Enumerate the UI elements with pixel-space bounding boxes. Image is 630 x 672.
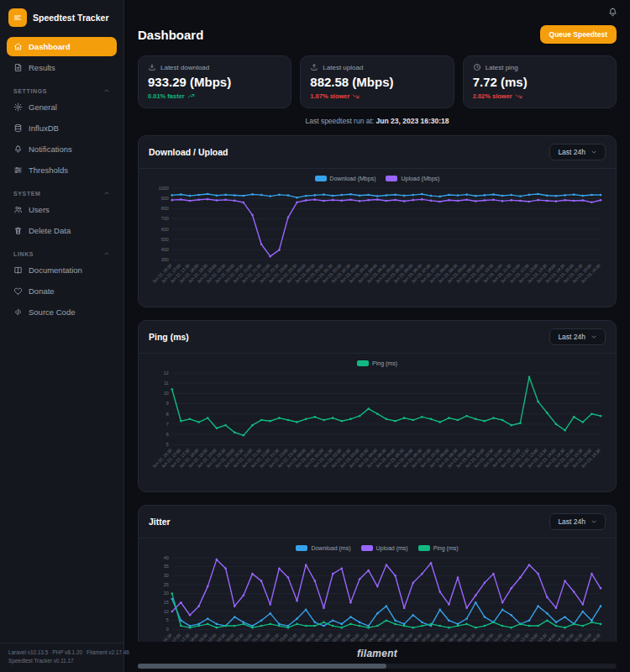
- stat-delta-text: 0.01% faster: [148, 92, 185, 100]
- sidebar-item-label: Source Code: [29, 307, 75, 317]
- chevron-down-icon: [591, 333, 597, 340]
- legend-item[interactable]: Upload (Mbps): [386, 176, 439, 181]
- chevron-up-icon: [103, 87, 110, 94]
- svg-text:9: 9: [166, 401, 169, 406]
- notifications-button[interactable]: [607, 7, 618, 18]
- group-label-text: SETTINGS: [13, 88, 47, 94]
- legend-label: Upload (ms): [376, 545, 408, 551]
- sidebar-item-notifications[interactable]: Notifications: [7, 139, 117, 159]
- sidebar-item-label: Results: [29, 63, 55, 72]
- sidebar-item-documentation[interactable]: Documentation: [7, 260, 117, 280]
- sidebar-group-system[interactable]: SYSTEM: [13, 190, 110, 197]
- sidebar-item-label: Delete Data: [29, 226, 71, 235]
- laravel-version: Laravel v10.13.5: [8, 649, 48, 655]
- scrollbar-thumb[interactable]: [138, 664, 386, 669]
- legend-item[interactable]: Upload (ms): [361, 545, 408, 551]
- last-run-text: Last speedtest run at: Jun 23, 2023 16:3…: [138, 117, 617, 125]
- home-icon: [13, 42, 23, 51]
- stat-delta: 1.07% slower: [310, 92, 444, 100]
- users-icon: [13, 205, 23, 214]
- trend-down-icon: [352, 92, 360, 100]
- horizontal-scrollbar[interactable]: [138, 664, 617, 669]
- svg-text:400: 400: [161, 247, 169, 252]
- sliders-icon: [13, 165, 23, 175]
- sidebar-item-users[interactable]: Users: [7, 200, 117, 219]
- download-tray-icon: [148, 63, 156, 71]
- sidebar-item-results[interactable]: Results: [7, 58, 117, 77]
- legend-item[interactable]: Ping (ms): [357, 360, 397, 366]
- svg-text:35: 35: [164, 564, 169, 569]
- stat-value: 882.58 (Mbps): [310, 75, 444, 89]
- gear-icon: [13, 102, 23, 112]
- chart-title: Download / Upload: [149, 147, 228, 157]
- stat-value: 933.29 (Mbps): [148, 75, 281, 89]
- sidebar-nav: Dashboard Results SETTINGS General Influ…: [0, 34, 123, 643]
- stat-label: Latest upload: [323, 64, 363, 71]
- stat-delta: 0.01% faster: [148, 92, 281, 100]
- upload-tray-icon: [310, 63, 318, 71]
- svg-text:700: 700: [161, 216, 169, 221]
- sidebar-item-delete-data[interactable]: Delete Data: [7, 221, 117, 240]
- svg-text:25: 25: [164, 582, 169, 587]
- chevron-down-icon: [591, 149, 597, 155]
- sidebar-item-label: Dashboard: [29, 42, 71, 51]
- ping-chart: 56789101112Jun 22, 16:30Jun 22, 17:00Jun…: [147, 368, 607, 486]
- svg-text:11: 11: [164, 381, 169, 386]
- stat-label: Latest ping: [486, 64, 518, 71]
- bars-icon: [13, 13, 23, 23]
- chart-legend: Download (ms)Upload (ms)Ping (ms): [147, 545, 607, 551]
- sidebar-item-label: Documentation: [29, 265, 82, 275]
- legend-item[interactable]: Download (ms): [296, 545, 350, 551]
- legend-label: Ping (ms): [372, 360, 397, 366]
- sidebar-group-settings[interactable]: SETTINGS: [13, 87, 110, 94]
- legend-swatch: [357, 360, 369, 366]
- svg-text:1000: 1000: [159, 186, 169, 191]
- sidebar-item-source-code[interactable]: Source Code: [7, 302, 117, 322]
- app-logo[interactable]: [8, 8, 27, 27]
- svg-text:12: 12: [164, 370, 169, 375]
- document-icon: [13, 63, 23, 72]
- trash-icon: [13, 226, 23, 235]
- sidebar-item-dashboard[interactable]: Dashboard: [7, 37, 117, 56]
- svg-text:10: 10: [164, 391, 169, 396]
- legend-label: Download (Mbps): [330, 176, 376, 181]
- svg-text:0: 0: [166, 627, 169, 632]
- legend-label: Ping (ms): [433, 545, 459, 551]
- svg-text:10: 10: [164, 609, 169, 614]
- chart-title: Jitter: [149, 517, 171, 527]
- legend-item[interactable]: Ping (ms): [418, 545, 459, 551]
- svg-text:300: 300: [161, 257, 169, 262]
- sidebar-item-label: Users: [29, 205, 50, 214]
- timeframe-select[interactable]: Last 24h: [549, 328, 606, 345]
- stat-card-latest-ping: Latest ping 7.72 (ms) 2.02% slower: [463, 55, 617, 108]
- database-icon: [13, 123, 23, 133]
- clock-icon: [473, 63, 481, 71]
- sidebar-item-thresholds[interactable]: Thresholds: [7, 160, 117, 180]
- sidebar-group-links[interactable]: LINKS: [13, 250, 110, 257]
- sidebar-item-label: InfluxDB: [29, 123, 59, 133]
- stats-row: Latest download 933.29 (Mbps) 0.01% fast…: [138, 55, 617, 108]
- sidebar: Speedtest Tracker Dashboard Results SETT…: [0, 0, 124, 672]
- timeframe-select[interactable]: Last 24h: [549, 144, 606, 160]
- queue-speedtest-button[interactable]: Queue Speedtest: [540, 25, 617, 44]
- sidebar-item-influxdb[interactable]: InfluxDB: [7, 118, 117, 138]
- legend-swatch: [386, 176, 397, 181]
- svg-text:800: 800: [161, 206, 169, 211]
- sidebar-item-donate[interactable]: Donate: [7, 281, 117, 301]
- code-icon: [13, 307, 23, 317]
- topbar: [124, 0, 630, 24]
- svg-text:40: 40: [164, 555, 169, 560]
- legend-label: Upload (Mbps): [401, 176, 439, 181]
- svg-text:6: 6: [166, 432, 169, 437]
- jitter-widget: Jitter Last 24h Download (ms)Upload (ms)…: [138, 505, 617, 642]
- stat-label: Latest download: [160, 64, 209, 71]
- sidebar-item-label: Thresholds: [29, 165, 68, 175]
- timeframe-select[interactable]: Last 24h: [549, 513, 606, 530]
- legend-item[interactable]: Download (Mbps): [315, 176, 376, 181]
- svg-text:7: 7: [166, 422, 169, 427]
- book-icon: [13, 265, 23, 275]
- svg-text:5: 5: [166, 617, 169, 622]
- stat-delta-text: 1.07% slower: [310, 92, 349, 100]
- sidebar-item-general[interactable]: General: [7, 97, 117, 117]
- bell-icon: [13, 144, 23, 154]
